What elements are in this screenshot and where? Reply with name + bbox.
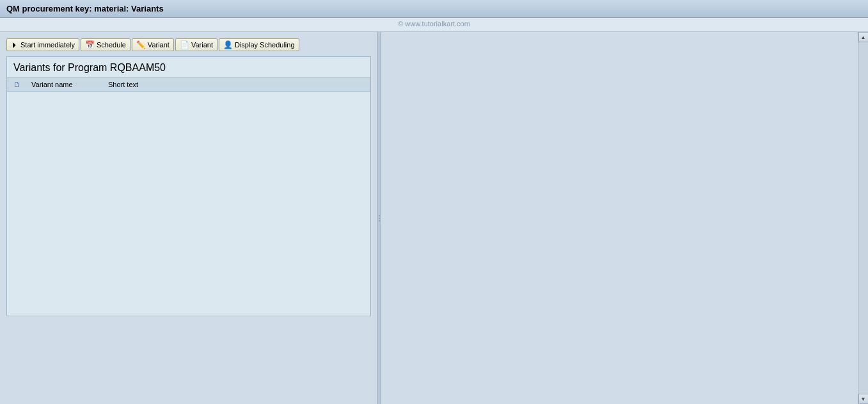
window-title: QM procurement key: material: Variants <box>6 4 164 13</box>
column-header-short-text: Short text <box>103 79 231 90</box>
scroll-down-icon: ▼ <box>861 396 866 402</box>
person-icon: 👤 <box>223 40 233 49</box>
scroll-up-button[interactable]: ▲ <box>858 32 869 42</box>
scroll-up-icon: ▲ <box>861 35 866 40</box>
watermark-bar: © www.tutorialkart.com <box>0 18 868 32</box>
main-area: ⏵ Start immediately 📅 Schedule ✏️ Varian… <box>0 32 868 404</box>
right-panel <box>377 32 868 404</box>
watermark-text: © www.tutorialkart.com <box>398 20 470 28</box>
variant-edit-label: Variant <box>148 41 170 49</box>
pencil-icon: ✏️ <box>136 40 146 49</box>
display-scheduling-button[interactable]: 👤 Display Scheduling <box>219 38 299 51</box>
table-body <box>7 92 370 316</box>
start-immediately-label: Start immediately <box>20 41 75 49</box>
title-bar: QM procurement key: material: Variants <box>0 0 868 18</box>
separator-grip <box>379 215 380 222</box>
start-icon: ⏵ <box>11 40 19 49</box>
table-list-icon: 🗋 <box>13 81 20 88</box>
document-icon: 📄 <box>180 40 189 49</box>
scroll-down-button[interactable]: ▼ <box>858 394 869 404</box>
variant-edit-button[interactable]: ✏️ Variant <box>132 38 174 51</box>
scrollbar: ▲ ▼ <box>858 32 868 404</box>
section-title: Variants for Program RQBAAM50 <box>7 57 370 77</box>
left-panel: ⏵ Start immediately 📅 Schedule ✏️ Varian… <box>0 32 377 404</box>
scrollbar-track[interactable] <box>859 42 868 394</box>
table-header: 🗋 Variant name Short text <box>7 77 370 92</box>
schedule-icon: 📅 <box>85 40 95 49</box>
schedule-label: Schedule <box>97 41 126 49</box>
display-scheduling-label: Display Scheduling <box>235 41 295 49</box>
schedule-button[interactable]: 📅 Schedule <box>81 38 130 51</box>
toolbar: ⏵ Start immediately 📅 Schedule ✏️ Varian… <box>6 38 371 51</box>
start-immediately-button[interactable]: ⏵ Start immediately <box>6 38 79 51</box>
variant-view-button[interactable]: 📄 Variant <box>175 38 217 51</box>
table-header-icon-cell: 🗋 <box>7 81 26 88</box>
content-panel: Variants for Program RQBAAM50 🗋 Variant … <box>6 56 371 316</box>
column-header-variant-name: Variant name <box>26 79 103 90</box>
variant-view-label: Variant <box>191 41 213 49</box>
vertical-separator[interactable] <box>377 32 381 404</box>
